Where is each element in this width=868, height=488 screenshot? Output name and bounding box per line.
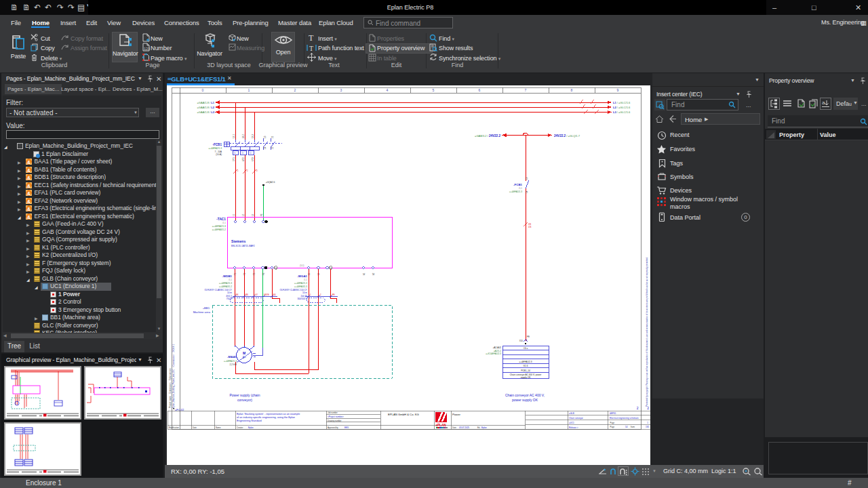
svg-text:EES: EES — [344, 426, 349, 429]
svg-text:I>: I> — [242, 152, 244, 155]
svg-text:1: 1 — [647, 422, 648, 424]
svg-text:-TAC1: -TAC1 — [216, 218, 226, 221]
svg-text:Drawing number: Drawing number — [328, 420, 342, 422]
svg-text:(1L1): (1L1) — [300, 264, 304, 267]
svg-text:Electrical engineering schemat: Electrical engineering schematic — [610, 417, 639, 420]
svg-text:G1.6: G1.6 — [524, 365, 528, 367]
svg-text:=+&EFA1/2.3: =+&EFA1/2.3 — [519, 361, 532, 363]
svg-text:Chain conveyor AC 400 V,: Chain conveyor AC 400 V, — [505, 393, 545, 397]
svg-text:1: 1 — [248, 88, 250, 92]
svg-text:+A2-A02: +A2-A02 — [493, 346, 502, 349]
svg-text:=+&EFA3/1.2: =+&EFA3/1.2 — [212, 228, 226, 231]
svg-text:6: 6 — [479, 88, 481, 92]
svg-text:123: 123 — [144, 47, 150, 51]
svg-text:Date: Date — [193, 426, 197, 429]
svg-text:24V22.2 / =GLQ/1.7: 24V22.2 / =GLQ/1.7 — [554, 134, 580, 138]
svg-text:/1.1: /1.1 — [304, 279, 307, 281]
svg-text:=+&EFA2/1.3: =+&EFA2/1.3 — [224, 360, 237, 363]
svg-text:=+&EFA3/1.2: =+&EFA3/1.2 — [219, 285, 232, 288]
svg-text:supply OK: supply OK — [521, 376, 532, 379]
svg-text:L1 / =GLC/1.6: L1 / =GLC/1.6 — [613, 101, 631, 104]
svg-text:I>: I> — [234, 152, 236, 155]
svg-text:Page: Page — [610, 426, 615, 428]
svg-text:=+&EFA2/1.3: =+&EFA2/1.3 — [212, 225, 226, 228]
svg-text:/1.1: /1.1 — [229, 279, 232, 281]
svg-text:ÖLFLEX® CLASSIC 110 CY: ÖLFLEX® CLASSIC 110 CY — [280, 289, 308, 291]
svg-text:=GQA/2.6: =GQA/2.6 — [266, 181, 275, 184]
svg-text:PE: PE — [332, 293, 335, 296]
svg-text:-3: -3 — [256, 169, 258, 172]
svg-text:PE: PE — [527, 336, 530, 338]
svg-text:-FCB1: -FCB1 — [513, 183, 522, 186]
svg-text:2,2 kW: 2,2 kW — [229, 363, 237, 366]
svg-text:750 V: 750 V — [226, 298, 233, 300]
svg-text:Power: Power — [452, 413, 460, 416]
svg-text:a: a — [822, 100, 825, 106]
svg-text:-MAA1: -MAA1 — [227, 355, 237, 359]
svg-text:=UC1: =UC1 — [569, 422, 574, 424]
svg-text:L1: L1 — [233, 214, 235, 216]
svg-text:14: 14 — [264, 146, 267, 149]
svg-text:C6 a: C6 a — [524, 347, 528, 350]
svg-text:Modification: Modification — [169, 426, 179, 429]
svg-text:Page: Page — [610, 422, 615, 424]
svg-text:8: 8 — [571, 88, 573, 92]
svg-text:4G1,5: 4G1,5 — [226, 295, 232, 298]
svg-text:ePLAN: ePLAN — [436, 424, 447, 427]
svg-text:+BB1: +BB1 — [203, 306, 210, 310]
svg-text:/5.1: /5.1 — [519, 187, 522, 190]
svg-text:=+&EFA3/1.3: =+&EFA3/1.3 — [294, 285, 307, 288]
svg-text:BK: BK — [236, 293, 239, 296]
svg-text:2: 2 — [637, 406, 639, 410]
svg-text:L3 / =GLC/1.6: L3 / =GLC/1.6 — [613, 110, 631, 114]
svg-text:A2: A2 — [372, 272, 375, 275]
svg-text:Power supply (chain: Power supply (chain — [229, 393, 260, 397]
svg-text:=+&EFA1/1.3: =+&EFA1/1.3 — [509, 190, 522, 193]
svg-text:=GAA/1.8 / L3: =GAA/1.8 / L3 — [197, 110, 215, 114]
svg-text:L2 / =GLC/1.6: L2 / =GLC/1.6 — [613, 106, 631, 109]
svg-text:13: 13 — [526, 177, 528, 180]
svg-text:Eplan: Eplan — [248, 426, 254, 429]
svg-text:=+&EFA2/1.3: =+&EFA2/1.3 — [294, 282, 307, 285]
svg-text:Project name Commission: Project name Commission Eplan version — [169, 368, 172, 408]
svg-text:GNYE: GNYE — [264, 293, 269, 296]
svg-text:Date: Date — [452, 426, 456, 429]
svg-text:Protected by copyright. Passin: Protected by copyright. Passing on as we… — [646, 257, 648, 407]
svg-text:/1.1: /1.1 — [222, 222, 226, 224]
svg-text:power supply OK: power supply OK — [512, 398, 538, 402]
svg-text:2x0,75: 2x0,75 — [300, 295, 307, 298]
svg-text:A1: A1 — [363, 272, 366, 275]
svg-text:L3: L3 — [252, 214, 254, 216]
svg-text:Ed.: Ed. — [477, 426, 480, 429]
svg-text:PCB1_14: PCB1_14 — [521, 369, 530, 372]
svg-text:Machine area: Machine area — [193, 310, 211, 314]
svg-text:2: 2 — [647, 406, 649, 410]
svg-text:BN: BN — [245, 293, 248, 296]
svg-text:Name: Name — [216, 426, 221, 429]
svg-text:=A2/1.2: =A2/1.2 — [494, 350, 501, 352]
svg-text:I>: I> — [250, 152, 252, 155]
svg-text:BSL3CID-1AT15-BAF2: BSL3CID-1AT15-BAF2 — [231, 245, 255, 247]
svg-text:PE: PE — [260, 214, 263, 216]
svg-text:-WDB1: -WDB1 — [222, 274, 233, 278]
svg-text:14: 14 — [526, 190, 528, 193]
svg-text:ÖLFLEX® CLASSIC 100 CY: ÖLFLEX® CLASSIC 100 CY — [204, 289, 232, 291]
svg-text:=+&EFA2/1.3: =+&EFA2/1.3 — [208, 147, 222, 150]
svg-text:4,N: 4,N — [528, 226, 531, 228]
svg-text:3: 3 — [340, 88, 342, 92]
svg-text:21: 21 — [271, 136, 274, 138]
svg-text:=GAB/3.2 / 24V22.2: =GAB/3.2 / 24V22.2 — [475, 134, 500, 138]
svg-text:M: M — [243, 351, 245, 355]
svg-text:192: 192 — [646, 426, 649, 428]
svg-text:Eplan 'Stacking system' - repr: Eplan 'Stacking system' - representation… — [237, 413, 300, 415]
svg-text:Chain conveyor: Chain conveyor — [569, 417, 583, 420]
svg-text:7...10A: 7...10A — [215, 150, 222, 153]
svg-text:0: 0 — [202, 88, 204, 92]
svg-text:X10: X10 — [519, 340, 524, 342]
svg-text:3/L2: 3/L2 — [242, 134, 245, 138]
svg-text:5/L3: 5/L3 — [252, 134, 254, 138]
svg-text:BU: BU — [273, 293, 276, 296]
svg-text:(10 A): (10 A) — [216, 153, 222, 156]
svg-text:=GAA/1.8 / L2: =GAA/1.8 / L2 — [197, 106, 215, 109]
svg-text:4: 4 — [387, 88, 389, 92]
